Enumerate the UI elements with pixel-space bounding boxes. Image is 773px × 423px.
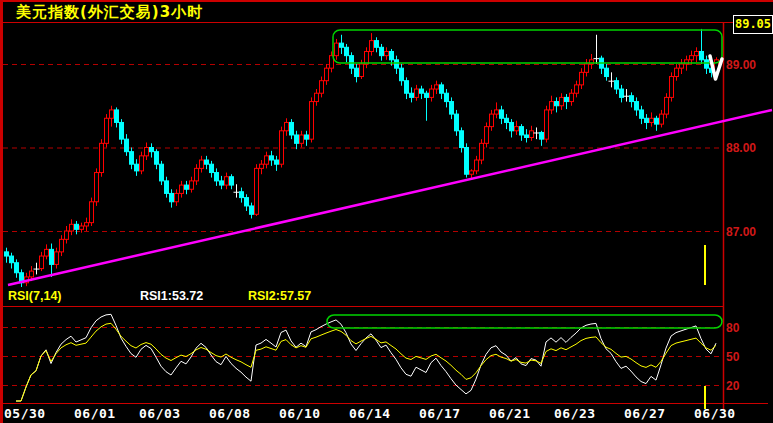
up-candle-body — [180, 185, 184, 193]
down-candle-body — [400, 68, 404, 81]
up-candle-body — [140, 156, 144, 171]
up-candle-body — [370, 41, 374, 52]
up-candle-body — [335, 43, 339, 56]
rsi-axis-label: 50 — [726, 350, 740, 364]
down-candle-body — [445, 93, 449, 101]
down-candle-body — [125, 139, 129, 152]
down-candle-body — [375, 41, 379, 48]
date-axis-label: 05/30 — [4, 406, 46, 421]
up-candle-body — [575, 85, 579, 93]
down-candle-body — [540, 132, 544, 139]
down-candle-body — [635, 102, 639, 110]
down-candle-body — [305, 135, 309, 139]
rsi-indicator-label[interactable]: RSI(7,14) — [8, 289, 62, 303]
down-candle-body — [525, 135, 529, 138]
up-candle-body — [360, 64, 364, 77]
up-candle-body — [415, 89, 419, 97]
down-candle-body — [50, 249, 54, 264]
up-candle-body — [580, 72, 584, 85]
down-candle-body — [5, 252, 9, 256]
date-axis-label: 06/03 — [139, 406, 181, 421]
down-candle-body — [290, 122, 294, 135]
down-candle-body — [15, 263, 19, 273]
down-candle-body — [220, 181, 224, 185]
up-candle-body — [690, 56, 694, 60]
down-candle-body — [270, 156, 274, 160]
up-candle-body — [470, 171, 474, 174]
down-candle-body — [390, 51, 394, 59]
up-candle-body — [545, 110, 549, 139]
down-candle-body — [155, 152, 159, 165]
down-candle-body — [645, 118, 649, 122]
down-candle-body — [705, 60, 709, 68]
up-candle-body — [60, 239, 64, 252]
up-candle-body — [265, 156, 269, 164]
up-candle-body — [85, 223, 89, 226]
up-candle-body — [280, 131, 284, 164]
down-candle-body — [245, 198, 249, 206]
down-candle-body — [340, 43, 344, 47]
page-title: 美元指数(外汇交易)3小时 — [16, 3, 203, 22]
up-candle-body — [145, 148, 149, 156]
down-candle-body — [380, 47, 384, 55]
down-candle-body — [210, 164, 214, 172]
up-candle-body — [55, 252, 59, 265]
up-candle-body — [105, 118, 109, 143]
down-candle-body — [615, 81, 619, 89]
rsi2-value-label: RSI2:57.57 — [248, 289, 311, 303]
down-candle-body — [165, 181, 169, 194]
down-candle-body — [555, 102, 559, 106]
rsi-axis-label: 20 — [726, 379, 740, 393]
up-candle-body — [90, 202, 94, 223]
date-axis-label: 06/01 — [74, 406, 116, 421]
up-candle-body — [190, 181, 194, 189]
up-candle-body — [200, 160, 204, 168]
down-candle-body — [420, 89, 424, 93]
down-candle-body — [405, 81, 409, 94]
price-axis-label: 88.00 — [726, 141, 756, 155]
down-candle-body — [410, 93, 414, 97]
current-price-badge: 89.05 — [733, 15, 773, 34]
up-candle-body — [255, 168, 259, 214]
down-candle-body — [170, 193, 174, 201]
down-candle-body — [565, 97, 569, 101]
up-candle-body — [110, 110, 114, 118]
down-candle-body — [130, 152, 134, 165]
chart-canvas[interactable]: 89.0088.0087.0080502005/3006/0106/0306/0… — [0, 0, 773, 423]
up-candle-body — [495, 110, 499, 114]
price-axis-label: 89.00 — [726, 58, 756, 72]
down-candle-body — [240, 192, 244, 198]
down-candle-body — [135, 164, 139, 171]
down-candle-body — [620, 89, 624, 97]
up-candle-body — [195, 168, 199, 181]
down-candle-body — [520, 127, 524, 135]
up-candle-body — [260, 164, 264, 168]
rsi2-line — [16, 323, 716, 401]
up-candle-body — [100, 143, 104, 172]
down-candle-body — [115, 110, 119, 123]
up-candle-body — [45, 249, 49, 256]
date-axis-label: 06/27 — [624, 406, 666, 421]
down-candle-body — [505, 118, 509, 122]
up-candle-body — [175, 193, 179, 201]
down-candle-body — [465, 148, 469, 175]
app-window: 89.0088.0087.0080502005/3006/0106/0306/0… — [0, 0, 773, 423]
down-candle-body — [350, 56, 354, 69]
down-candle-body — [150, 148, 154, 152]
up-candle-body — [30, 271, 34, 277]
down-candle-body — [455, 114, 459, 131]
down-candle-body — [395, 60, 399, 68]
down-candle-body — [355, 68, 359, 76]
up-candle-body — [365, 51, 369, 64]
up-candle-body — [480, 143, 484, 160]
up-candle-body — [550, 102, 554, 110]
up-candle-body — [320, 81, 324, 94]
date-axis-label: 06/17 — [419, 406, 461, 421]
date-axis-label: 06/10 — [279, 406, 321, 421]
down-candle-body — [120, 122, 124, 139]
up-candle-body — [70, 224, 74, 231]
up-candle-body — [680, 64, 684, 68]
date-axis-label: 06/14 — [349, 406, 391, 421]
up-candle-body — [560, 97, 564, 105]
rsi-highlight-box-annotation[interactable] — [327, 315, 722, 328]
